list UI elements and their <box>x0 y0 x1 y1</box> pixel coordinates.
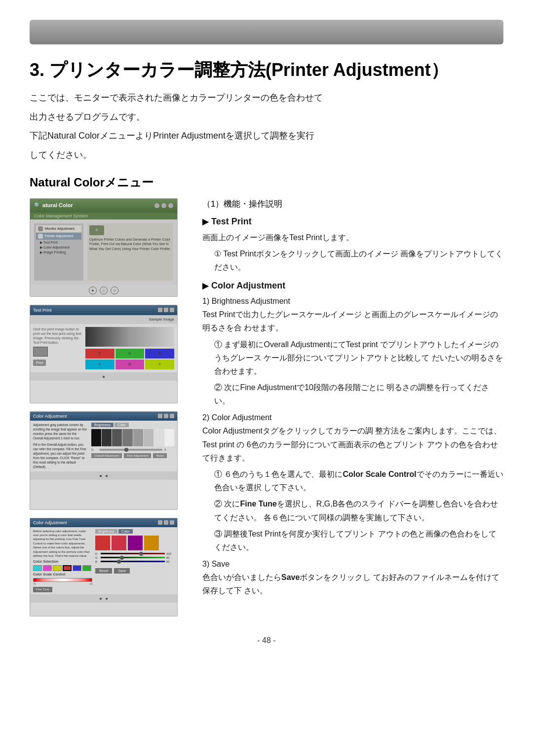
color-C: C <box>85 360 114 369</box>
color-btn-red[interactable] <box>63 565 72 571</box>
ss4-tab-color[interactable]: Color <box>118 529 133 534</box>
ss3-overall-thumb[interactable] <box>124 448 128 452</box>
ss4-color-select-label: Color Selection <box>33 559 92 564</box>
color-R: R <box>85 349 114 359</box>
ss1-inner: 🔍 atural Color Color Management System <box>30 199 177 296</box>
rgb-label-b: B <box>95 560 99 563</box>
ss1-title-text: 🔍 atural Color <box>34 202 73 209</box>
ss2-left: Click the print Image button to print ou… <box>33 327 82 369</box>
ss4-action-btns: Reset Save <box>95 566 174 574</box>
rgb-track-r[interactable] <box>101 553 165 554</box>
rgb-thumb-r[interactable] <box>139 552 143 556</box>
ss4-color-scale-label: Color Scale Control <box>33 572 92 577</box>
ss2-image-area: R G B C M Y <box>85 327 174 369</box>
color-item1-text: ① ６色のうち１色を選んで、最初にColor Scale Controlでそのカ… <box>214 470 503 492</box>
color-item1-bold: Color Scale Control <box>343 470 416 478</box>
ss4-left: Before selecting color adjustment, make … <box>33 529 92 592</box>
swatch-redmod <box>112 536 126 550</box>
content-layout: 🔍 atural Color Color Management System <box>30 198 503 616</box>
ss2-inner: Test Print Sample Image Click the print … <box>30 305 177 403</box>
rgb-row-g: G 80 <box>95 556 174 559</box>
color-btn-yellow[interactable] <box>53 565 62 571</box>
ss4-tab-brightness[interactable]: Brightness <box>95 529 117 534</box>
ss2-color-blocks2: C M Y <box>85 360 174 369</box>
chapter-title: 3. プリンターカラー調整方法(Printer Adjustment） <box>30 59 503 80</box>
brightness-label: 1) Brightness Adjustment <box>202 297 503 306</box>
rgb-track-g[interactable] <box>101 557 165 558</box>
btn-circle-3: ○ <box>111 287 118 294</box>
ss3-body: Adjustment gray patches screen by scroll… <box>30 421 177 471</box>
ss1-titlebar: 🔍 atural Color <box>30 199 177 213</box>
ss3-tab-brightness[interactable]: Brightness <box>91 423 114 427</box>
ss2-dot: ● <box>102 374 105 379</box>
ss3-left-text: Adjustment gray patches screen by scroll… <box>33 423 87 440</box>
ss3-overall-btn[interactable]: Overall Adjustment <box>91 453 122 458</box>
color-btn-cyan[interactable] <box>33 565 42 571</box>
ss1-logo: S <box>89 225 104 235</box>
ss3-fine-btn[interactable]: Fine Adjustment <box>124 453 151 458</box>
ss1-menu-item-monitor: Monitor Adjustment <box>36 225 81 232</box>
brightness-item1-text: ① まず最初にOverall AdjustmentにてTest print でプ… <box>214 340 503 375</box>
gray8 <box>164 429 174 446</box>
color-item2-text: ② 次にFine Tuneを選択し、R,G,B各色のスライ ドバーを調整し色合い… <box>214 500 498 521</box>
ss4-body: Before selecting color adjustment, make … <box>30 527 177 594</box>
intro-line3: 下記Natural ColorメニューよりPrinter Adjustmentを… <box>30 128 503 144</box>
ss4-fine-btn[interactable]: Fine Tune <box>33 587 52 592</box>
ss1-submenu-coloradj: ▶ Color Adjustment <box>36 245 81 250</box>
btn-circle-1: ● <box>89 287 97 294</box>
rgb-thumb-b[interactable] <box>117 560 121 564</box>
rgb-track-b[interactable] <box>101 561 165 562</box>
intro-line2: 出力させるプログラムです。 <box>30 109 503 125</box>
ss1-desc: Optimize Printer Colors and Generate a P… <box>89 237 171 252</box>
rgb-value-g: 80 <box>166 556 174 559</box>
color-btn-magenta[interactable] <box>43 565 52 571</box>
color-item1: ① ６色のうち１色を選んで、最初にColor Scale Controlでそのカ… <box>202 468 503 494</box>
monitor-icon <box>38 226 43 231</box>
ss3-reset-btn[interactable]: Reset <box>153 453 167 458</box>
color-item2-bold: Fine Tune <box>240 500 276 508</box>
color-body: Color Adjustmentタグをクリックしてカラーの調 整方法をご案内しま… <box>202 424 503 465</box>
ss4-save-btn[interactable]: Save <box>114 568 130 574</box>
ss4-scale-labels: -5 +5 <box>33 582 92 586</box>
ss4-left-text: Before selecting color adjustment, make … <box>33 529 92 558</box>
ss2-bottom: ● <box>30 372 177 381</box>
test-print-header: ▶ Test Print <box>202 216 503 227</box>
ss4-reset-btn[interactable]: Reset <box>95 568 112 574</box>
gray1 <box>91 429 101 446</box>
ss4-scale-bar[interactable] <box>33 578 92 582</box>
test-print-item1-text: ① Test Printボタンをクリックして画面上のイメージ 画像をプリントアウ… <box>214 250 503 271</box>
ss3-overall-track[interactable] <box>99 449 162 451</box>
color-btn-green[interactable] <box>82 565 91 571</box>
ss1-bottom: ● ○ ○ <box>30 285 177 296</box>
screenshot-color-adj-color: Color Adjustment Before selecting color … <box>30 518 178 616</box>
rgb-thumb-g[interactable] <box>120 556 124 560</box>
test-print-item1: ① Test Printボタンをクリックして画面上のイメージ 画像をプリントアウ… <box>202 247 503 274</box>
ss1-submenu-testprint: ▶ Test Print <box>36 240 81 245</box>
save-body-prefix: 色合いが合いましたら <box>202 573 281 581</box>
test-print-header-text: Test Print <box>211 216 252 227</box>
printer-icon <box>38 234 43 239</box>
color-M: M <box>115 360 145 369</box>
ss3-overall-label: O <box>91 448 97 451</box>
ss4-right: Brightness Color <box>95 529 174 592</box>
gray-gradient <box>85 327 174 347</box>
ss1-body: Monitor Adjustment Printer Adjustment ▶ … <box>30 219 177 285</box>
ss1-menu: Monitor Adjustment Printer Adjustment ▶ … <box>34 223 83 281</box>
screenshot-color-adj-brightness: Color Adjustment Adjustment gray patches… <box>30 411 178 510</box>
ss2-title-text: Test Print <box>33 308 52 313</box>
intro-line4: してください。 <box>30 147 503 163</box>
ss4-titlebar: Color Adjustment <box>30 518 177 527</box>
color-btn-blue[interactable] <box>73 565 81 571</box>
ss2-print-btn[interactable]: Print <box>33 360 46 366</box>
ss3-tab-color[interactable]: Color <box>114 423 129 427</box>
ss1-menu-item-printer[interactable]: Printer Adjustment <box>36 233 81 240</box>
ss4-rgb-sliders: R 200 G <box>95 552 174 563</box>
brightness-item2-text: ② 次にFine Adjustmentで10段階の各段階ごとに 明るさの調整を行… <box>214 383 489 405</box>
ss3-overall-slider: O 5 <box>91 448 174 451</box>
ss3-overall-value: 5 <box>164 448 174 451</box>
ss4-dot2: ● <box>105 596 108 601</box>
save-body: 色合いが合いましたらSaveボタンをクリックし てお好みのファイルネームを付けて… <box>202 571 503 597</box>
rgb-row-r: R 200 <box>95 552 174 555</box>
ss4-inner: Color Adjustment Before selecting color … <box>30 518 177 616</box>
color-item2: ② 次にFine Tuneを選択し、R,G,B各色のスライ ドバーを調整し色合い… <box>202 497 503 524</box>
